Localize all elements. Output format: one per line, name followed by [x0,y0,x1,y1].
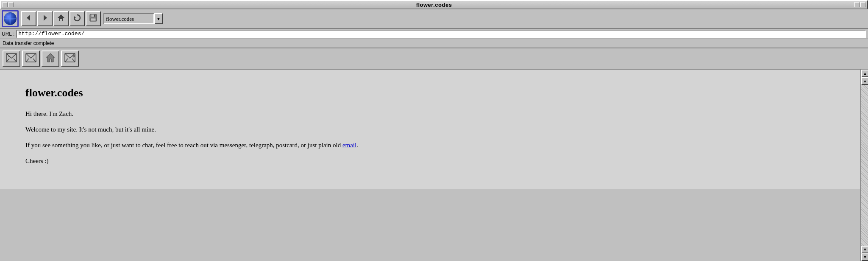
scroll-up-button[interactable]: ▲ [861,70,868,77]
title-bar: flower.codes [0,0,868,9]
send-icon [64,53,75,64]
scroll-track[interactable] [861,85,868,246]
content-scroll-area: flower.codes Hi there. I'm Zach. Welcome… [0,70,868,261]
inbox-icon [25,53,36,64]
scroll-down-button[interactable]: ▼ [861,253,868,261]
page-up-icon: ▲ [863,79,867,83]
save-icon [89,14,97,24]
back-button[interactable] [21,11,36,26]
page-title: flower.codes [25,87,843,99]
url-label: URL : [2,31,14,37]
chevron-down-icon: ▼ [156,17,161,21]
paragraph-2: Welcome to my site. It's not much, but i… [25,125,843,134]
globe-button[interactable] [2,10,19,27]
home-icon [57,14,65,24]
compose-icon [6,53,17,64]
grip-box-2 [8,2,14,7]
content-wrapper: flower.codes Hi there. I'm Zach. Welcome… [0,70,868,261]
address-dropdown[interactable]: flower.codes ▼ [103,13,163,24]
forward-button[interactable] [37,11,53,26]
svg-rect-7 [94,15,95,17]
grip-box-3 [854,2,860,7]
globe-icon [4,12,17,25]
scroll-page-down-button[interactable]: ▼ [861,246,868,253]
scroll-page-up-button[interactable]: ▲ [861,77,868,85]
send-button[interactable] [61,51,79,67]
svg-marker-3 [74,16,76,18]
forward-icon [41,14,49,23]
content-area: flower.codes Hi there. I'm Zach. Welcome… [0,70,868,189]
svg-marker-15 [46,53,55,62]
title-bar-grip-right [854,2,865,7]
para3-before: If you see something you like, or just w… [25,142,342,149]
status-text: Data transfer complete [3,40,54,46]
paragraph-3: If you see something you like, or just w… [25,141,843,150]
compose-button[interactable] [3,51,20,67]
mail-home-icon [45,53,56,64]
para3-after: . [356,142,358,149]
refresh-icon [73,14,81,24]
nav-toolbar: flower.codes ▼ [0,9,868,29]
browser-window: flower.codes [0,0,868,261]
svg-marker-1 [44,15,47,21]
address-select[interactable]: flower.codes [103,13,154,24]
right-scrollbar: ▲ ▲ ▼ ▼ [860,70,868,261]
grip-box-1 [3,2,8,7]
window-title: flower.codes [416,2,452,8]
down-arrow-icon: ▼ [863,255,867,259]
svg-rect-6 [91,18,96,21]
inbox-button[interactable] [22,51,40,67]
up-arrow-icon: ▲ [863,71,867,76]
home-button[interactable] [53,11,69,26]
email-link[interactable]: email [342,142,356,149]
paragraph-4: Cheers :) [25,157,843,166]
title-bar-grip-left [3,2,14,7]
mail-toolbar [0,48,868,70]
svg-marker-2 [58,14,64,21]
svg-marker-0 [27,15,30,21]
mail-home-button[interactable] [42,51,59,67]
back-icon [25,14,33,23]
grip-box-4 [860,2,865,7]
paragraph-1: Hi there. I'm Zach. [25,109,843,118]
dropdown-arrow[interactable]: ▼ [154,13,163,24]
status-bar: Data transfer complete [0,39,868,48]
url-bar: URL : [0,29,868,39]
url-input[interactable] [16,30,866,38]
refresh-button[interactable] [70,11,85,26]
svg-rect-5 [91,14,94,17]
save-button[interactable] [86,11,101,26]
page-down-icon: ▼ [863,247,867,252]
